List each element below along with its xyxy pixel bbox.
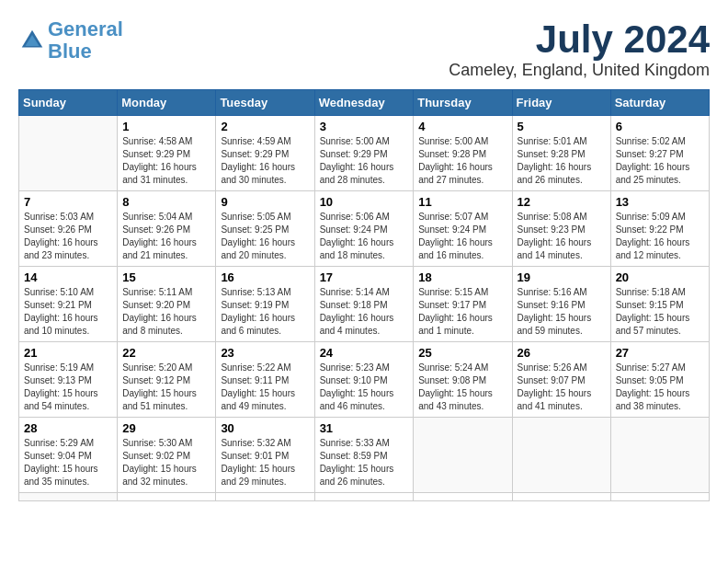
calendar-day-cell — [314, 493, 414, 501]
calendar-day-cell: 31Sunrise: 5:33 AM Sunset: 8:59 PM Dayli… — [314, 418, 414, 493]
logo: General Blue — [18, 18, 123, 63]
day-number: 4 — [418, 120, 506, 133]
day-info: Sunrise: 5:00 AM Sunset: 9:28 PM Dayligh… — [418, 135, 506, 187]
calendar-day-cell: 8Sunrise: 5:04 AM Sunset: 9:26 PM Daylig… — [118, 191, 216, 267]
calendar-day-cell: 28Sunrise: 5:29 AM Sunset: 9:04 PM Dayli… — [19, 418, 118, 493]
calendar-day-cell: 25Sunrise: 5:24 AM Sunset: 9:08 PM Dayli… — [414, 342, 512, 418]
day-info: Sunrise: 5:11 AM Sunset: 9:20 PM Dayligh… — [122, 286, 210, 338]
day-info: Sunrise: 5:14 AM Sunset: 9:18 PM Dayligh… — [320, 286, 409, 338]
calendar-day-cell: 10Sunrise: 5:06 AM Sunset: 9:24 PM Dayli… — [314, 191, 414, 267]
day-number: 17 — [320, 270, 409, 284]
day-info: Sunrise: 4:59 AM Sunset: 9:29 PM Dayligh… — [221, 135, 309, 187]
day-info: Sunrise: 5:24 AM Sunset: 9:08 PM Dayligh… — [418, 362, 506, 413]
day-number: 31 — [320, 421, 409, 435]
day-number: 9 — [221, 195, 309, 209]
day-info: Sunrise: 5:33 AM Sunset: 8:59 PM Dayligh… — [320, 437, 409, 488]
logo-icon — [18, 27, 46, 54]
day-number: 22 — [122, 346, 210, 360]
calendar-week-row: 7Sunrise: 5:03 AM Sunset: 9:26 PM Daylig… — [19, 191, 710, 267]
day-number: 19 — [518, 270, 606, 284]
calendar-day-cell — [118, 493, 216, 501]
weekday-header-wednesday: Wednesday — [314, 90, 414, 116]
calendar-day-cell: 11Sunrise: 5:07 AM Sunset: 9:24 PM Dayli… — [414, 191, 512, 267]
location: Cameley, England, United Kingdom — [449, 61, 710, 80]
calendar-table: SundayMondayTuesdayWednesdayThursdayFrid… — [18, 89, 710, 501]
calendar-day-cell: 3Sunrise: 5:00 AM Sunset: 9:29 PM Daylig… — [314, 116, 414, 191]
calendar-day-cell: 12Sunrise: 5:08 AM Sunset: 9:23 PM Dayli… — [512, 191, 610, 267]
day-number: 7 — [24, 195, 112, 209]
day-number: 28 — [24, 421, 112, 435]
day-number: 21 — [24, 346, 112, 360]
calendar-day-cell: 2Sunrise: 4:59 AM Sunset: 9:29 PM Daylig… — [216, 116, 314, 191]
day-number: 18 — [418, 270, 506, 284]
day-number: 24 — [320, 346, 409, 360]
day-info: Sunrise: 5:04 AM Sunset: 9:26 PM Dayligh… — [122, 211, 210, 262]
day-info: Sunrise: 5:19 AM Sunset: 9:13 PM Dayligh… — [24, 362, 112, 413]
month-title: July 2024 — [449, 18, 710, 61]
day-info: Sunrise: 5:16 AM Sunset: 9:16 PM Dayligh… — [518, 286, 606, 338]
calendar-day-cell: 13Sunrise: 5:09 AM Sunset: 9:22 PM Dayli… — [610, 191, 709, 267]
day-info: Sunrise: 5:20 AM Sunset: 9:12 PM Dayligh… — [122, 362, 210, 413]
logo-text: General Blue — [48, 18, 123, 63]
calendar-day-cell: 14Sunrise: 5:10 AM Sunset: 9:21 PM Dayli… — [19, 267, 118, 342]
day-info: Sunrise: 5:15 AM Sunset: 9:17 PM Dayligh… — [418, 286, 506, 338]
calendar-day-cell — [414, 493, 512, 501]
day-info: Sunrise: 5:07 AM Sunset: 9:24 PM Dayligh… — [418, 211, 506, 262]
calendar-day-cell — [414, 418, 512, 493]
page-header: General Blue July 2024 Cameley, England,… — [18, 18, 710, 80]
day-number: 16 — [221, 270, 309, 284]
calendar-day-cell: 16Sunrise: 5:13 AM Sunset: 9:19 PM Dayli… — [216, 267, 314, 342]
calendar-day-cell — [216, 493, 314, 501]
calendar-day-cell — [19, 493, 118, 501]
day-number: 14 — [24, 270, 112, 284]
day-number: 6 — [616, 120, 704, 133]
calendar-day-cell: 4Sunrise: 5:00 AM Sunset: 9:28 PM Daylig… — [414, 116, 512, 191]
weekday-header-saturday: Saturday — [610, 90, 709, 116]
calendar-week-row: 21Sunrise: 5:19 AM Sunset: 9:13 PM Dayli… — [19, 342, 710, 418]
day-info: Sunrise: 5:22 AM Sunset: 9:11 PM Dayligh… — [221, 362, 309, 413]
day-info: Sunrise: 5:32 AM Sunset: 9:01 PM Dayligh… — [221, 437, 309, 488]
calendar-day-cell: 19Sunrise: 5:16 AM Sunset: 9:16 PM Dayli… — [512, 267, 610, 342]
calendar-week-row: 14Sunrise: 5:10 AM Sunset: 9:21 PM Dayli… — [19, 267, 710, 342]
day-info: Sunrise: 4:58 AM Sunset: 9:29 PM Dayligh… — [122, 135, 210, 187]
day-number: 29 — [122, 421, 210, 435]
day-info: Sunrise: 5:27 AM Sunset: 9:05 PM Dayligh… — [616, 362, 704, 413]
day-info: Sunrise: 5:29 AM Sunset: 9:04 PM Dayligh… — [24, 437, 112, 488]
day-number: 2 — [221, 120, 309, 133]
calendar-day-cell — [512, 493, 610, 501]
day-number: 15 — [122, 270, 210, 284]
calendar-day-cell — [610, 493, 709, 501]
calendar-week-row: 1Sunrise: 4:58 AM Sunset: 9:29 PM Daylig… — [19, 116, 710, 191]
calendar-day-cell: 18Sunrise: 5:15 AM Sunset: 9:17 PM Dayli… — [414, 267, 512, 342]
day-number: 8 — [122, 195, 210, 209]
calendar-day-cell: 30Sunrise: 5:32 AM Sunset: 9:01 PM Dayli… — [216, 418, 314, 493]
day-number: 11 — [418, 195, 506, 209]
weekday-header-thursday: Thursday — [414, 90, 512, 116]
logo-line2: Blue — [48, 40, 92, 63]
day-number: 20 — [616, 270, 704, 284]
calendar-day-cell: 1Sunrise: 4:58 AM Sunset: 9:29 PM Daylig… — [118, 116, 216, 191]
day-info: Sunrise: 5:30 AM Sunset: 9:02 PM Dayligh… — [122, 437, 210, 488]
weekday-header-row: SundayMondayTuesdayWednesdayThursdayFrid… — [19, 90, 710, 116]
calendar-day-cell: 21Sunrise: 5:19 AM Sunset: 9:13 PM Dayli… — [19, 342, 118, 418]
day-info: Sunrise: 5:05 AM Sunset: 9:25 PM Dayligh… — [221, 211, 309, 262]
day-info: Sunrise: 5:13 AM Sunset: 9:19 PM Dayligh… — [221, 286, 309, 338]
day-info: Sunrise: 5:10 AM Sunset: 9:21 PM Dayligh… — [24, 286, 112, 338]
day-info: Sunrise: 5:03 AM Sunset: 9:26 PM Dayligh… — [24, 211, 112, 262]
day-number: 1 — [122, 120, 210, 133]
day-info: Sunrise: 5:18 AM Sunset: 9:15 PM Dayligh… — [616, 286, 704, 338]
day-number: 27 — [616, 346, 704, 360]
calendar-day-cell: 15Sunrise: 5:11 AM Sunset: 9:20 PM Dayli… — [118, 267, 216, 342]
day-number: 3 — [320, 120, 409, 133]
day-info: Sunrise: 5:06 AM Sunset: 9:24 PM Dayligh… — [320, 211, 409, 262]
day-number: 12 — [518, 195, 606, 209]
day-number: 5 — [518, 120, 606, 133]
logo-line1: General — [48, 17, 123, 40]
day-info: Sunrise: 5:26 AM Sunset: 9:07 PM Dayligh… — [518, 362, 606, 413]
day-number: 26 — [518, 346, 606, 360]
day-info: Sunrise: 5:01 AM Sunset: 9:28 PM Dayligh… — [518, 135, 606, 187]
calendar-day-cell: 17Sunrise: 5:14 AM Sunset: 9:18 PM Dayli… — [314, 267, 414, 342]
calendar-day-cell: 27Sunrise: 5:27 AM Sunset: 9:05 PM Dayli… — [610, 342, 709, 418]
calendar-day-cell: 9Sunrise: 5:05 AM Sunset: 9:25 PM Daylig… — [216, 191, 314, 267]
calendar-day-cell: 7Sunrise: 5:03 AM Sunset: 9:26 PM Daylig… — [19, 191, 118, 267]
